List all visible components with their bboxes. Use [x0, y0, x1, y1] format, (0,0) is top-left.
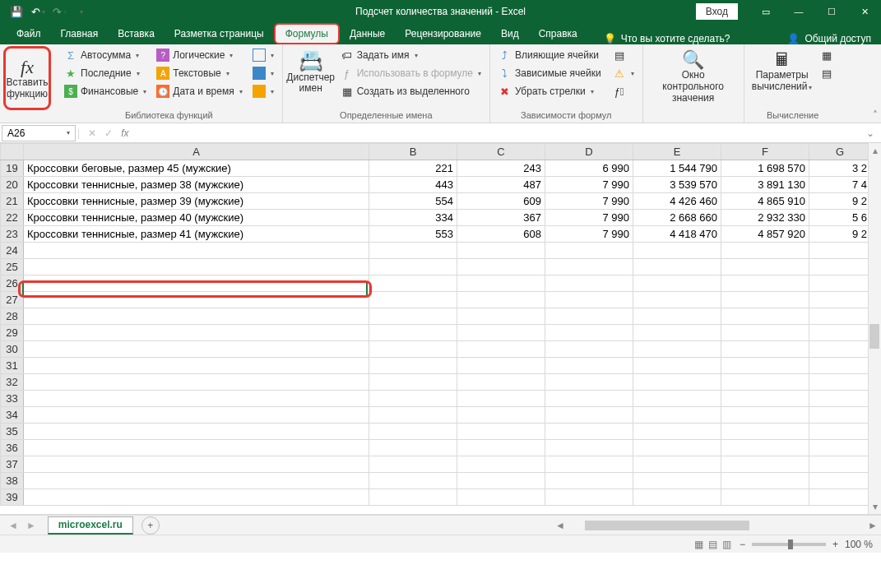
- zoom-slider[interactable]: [752, 543, 826, 546]
- formula-input[interactable]: [128, 125, 881, 141]
- watch-window-button[interactable]: 🔍 Окно контрольного значения: [648, 46, 739, 108]
- page-break-view-button[interactable]: ▥: [722, 539, 731, 550]
- cell[interactable]: [809, 275, 871, 292]
- cell[interactable]: [545, 391, 633, 407]
- create-from-selection-button[interactable]: ▦Создать из выделенного: [337, 82, 485, 100]
- cell[interactable]: [24, 391, 369, 407]
- cell[interactable]: [721, 259, 809, 275]
- financial-button[interactable]: $Финансовые▾: [61, 82, 150, 100]
- horizontal-scrollbar-thumb[interactable]: [585, 521, 749, 530]
- cell[interactable]: [545, 341, 633, 358]
- cell[interactable]: [24, 456, 369, 473]
- cell[interactable]: [721, 325, 809, 341]
- row-header[interactable]: 38: [1, 473, 24, 489]
- use-in-formula-button[interactable]: ƒИспользовать в формуле▾: [337, 64, 485, 82]
- qat-customize[interactable]: ▾: [71, 2, 90, 21]
- name-box[interactable]: A26 ▾: [2, 125, 76, 141]
- cell[interactable]: [24, 440, 369, 456]
- cell[interactable]: [721, 440, 809, 456]
- cell[interactable]: [457, 358, 545, 374]
- cell[interactable]: [369, 358, 457, 374]
- cell[interactable]: [545, 374, 633, 391]
- cell[interactable]: 4 418 470: [633, 226, 721, 243]
- tab-scroll-right-button[interactable]: ►: [26, 520, 36, 531]
- cell[interactable]: [24, 424, 369, 440]
- cell[interactable]: [721, 275, 809, 292]
- calculate-sheet-button[interactable]: ▤: [817, 64, 837, 82]
- cell[interactable]: [457, 407, 545, 424]
- cell[interactable]: 3 539 570: [633, 177, 721, 193]
- cell[interactable]: 243: [457, 160, 545, 177]
- row-header[interactable]: 36: [1, 440, 24, 456]
- accept-formula-button[interactable]: ✓: [104, 127, 113, 139]
- tab-scroll-left-button[interactable]: ◄: [8, 520, 18, 531]
- cell[interactable]: [457, 325, 545, 341]
- row-header[interactable]: 34: [1, 407, 24, 424]
- cell[interactable]: 3 2: [809, 160, 871, 177]
- cell[interactable]: [369, 243, 457, 259]
- cell[interactable]: [809, 424, 871, 440]
- cell[interactable]: [545, 424, 633, 440]
- insert-function-button[interactable]: fx Вставить функцию: [3, 46, 51, 110]
- cell[interactable]: [633, 292, 721, 308]
- row-header[interactable]: 35: [1, 424, 24, 440]
- calculation-options-button[interactable]: 🖩 Параметры вычислений▾: [749, 46, 815, 96]
- cell[interactable]: [24, 489, 369, 506]
- define-name-button[interactable]: 🏷Задать имя▾: [337, 46, 485, 64]
- cell[interactable]: Кроссовки теннисные, размер 40 (мужские): [24, 210, 369, 226]
- cell[interactable]: [457, 391, 545, 407]
- row-header[interactable]: 27: [1, 292, 24, 308]
- cell[interactable]: [369, 440, 457, 456]
- cell[interactable]: [24, 473, 369, 489]
- cell[interactable]: 367: [457, 210, 545, 226]
- redo-button[interactable]: ↷▾: [49, 2, 69, 21]
- cell[interactable]: [809, 391, 871, 407]
- collapse-ribbon-button[interactable]: ˄: [873, 109, 878, 121]
- cell[interactable]: 334: [369, 210, 457, 226]
- cell[interactable]: [633, 243, 721, 259]
- logical-button[interactable]: ?Логические▾: [153, 46, 245, 64]
- row-header[interactable]: 20: [1, 177, 24, 193]
- row-header[interactable]: 22: [1, 210, 24, 226]
- cell[interactable]: [633, 341, 721, 358]
- cell[interactable]: [545, 358, 633, 374]
- cell[interactable]: 609: [457, 193, 545, 210]
- cell[interactable]: [457, 275, 545, 292]
- cell[interactable]: [809, 243, 871, 259]
- cell[interactable]: [633, 275, 721, 292]
- cell[interactable]: [721, 292, 809, 308]
- cell[interactable]: [809, 407, 871, 424]
- select-all-button[interactable]: [1, 144, 24, 160]
- cell[interactable]: [24, 275, 369, 292]
- row-header[interactable]: 33: [1, 391, 24, 407]
- cell[interactable]: [721, 424, 809, 440]
- fx-label[interactable]: fx: [121, 127, 128, 139]
- cell[interactable]: [633, 325, 721, 341]
- cell[interactable]: [809, 473, 871, 489]
- cancel-formula-button[interactable]: ✕: [88, 127, 96, 139]
- cell[interactable]: [809, 456, 871, 473]
- cell[interactable]: [809, 358, 871, 374]
- cell[interactable]: [721, 308, 809, 325]
- cell[interactable]: [457, 424, 545, 440]
- cell[interactable]: 9 2: [809, 193, 871, 210]
- cell[interactable]: 2 668 660: [633, 210, 721, 226]
- cell[interactable]: [24, 259, 369, 275]
- cell[interactable]: [457, 473, 545, 489]
- col-header[interactable]: E: [633, 144, 721, 160]
- cell[interactable]: [457, 489, 545, 506]
- sign-in-button[interactable]: Вход: [696, 3, 738, 20]
- row-header[interactable]: 21: [1, 193, 24, 210]
- cell[interactable]: [369, 424, 457, 440]
- cell[interactable]: [809, 341, 871, 358]
- cell[interactable]: [809, 259, 871, 275]
- row-header[interactable]: 23: [1, 226, 24, 243]
- cell[interactable]: 5 6: [809, 210, 871, 226]
- cell[interactable]: [369, 259, 457, 275]
- cell[interactable]: [633, 259, 721, 275]
- cell[interactable]: Кроссовки беговые, размер 45 (мужские): [24, 160, 369, 177]
- cell[interactable]: [24, 358, 369, 374]
- cell[interactable]: [545, 456, 633, 473]
- zoom-slider-thumb[interactable]: [788, 539, 793, 549]
- cell[interactable]: [369, 308, 457, 325]
